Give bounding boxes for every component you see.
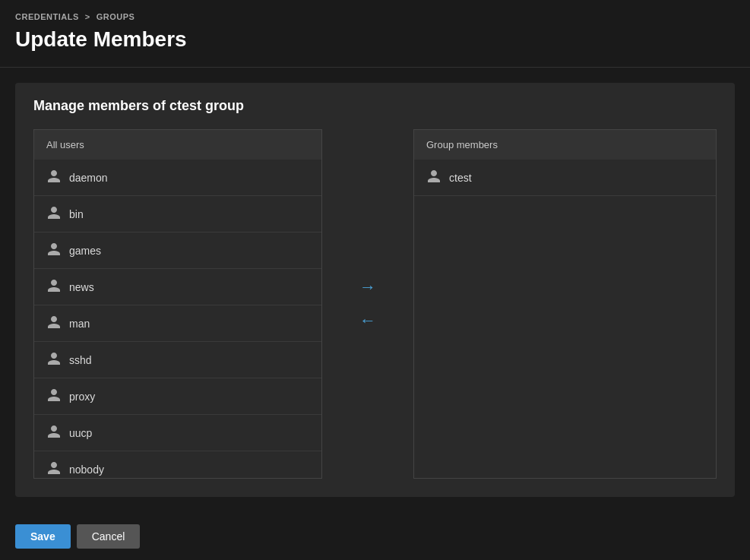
user-name: bin: [69, 208, 84, 220]
user-name: news: [69, 281, 94, 293]
user-icon: [46, 278, 62, 296]
user-name: man: [69, 318, 90, 330]
breadcrumb: CREDENTIALS > GROUPS: [15, 12, 735, 21]
user-icon: [426, 169, 441, 186]
group-members-header: Group members: [414, 130, 716, 160]
add-to-group-button[interactable]: →: [351, 274, 384, 301]
all-users-header: All users: [34, 130, 321, 160]
transfer-buttons-area: → ←: [322, 274, 413, 334]
breadcrumb-groups: GROUPS: [97, 12, 135, 21]
list-item[interactable]: proxy: [34, 378, 321, 415]
page-title: Update Members: [15, 27, 735, 52]
breadcrumb-credentials: CREDENTIALS: [15, 12, 79, 21]
user-icon: [46, 388, 62, 405]
cancel-button[interactable]: Cancel: [77, 524, 141, 549]
user-icon: [46, 351, 62, 369]
members-layout: All users daemon bin games news: [15, 129, 735, 497]
user-name: daemon: [69, 172, 108, 184]
remove-from-group-button[interactable]: ←: [351, 307, 384, 334]
user-icon: [46, 460, 62, 478]
page-header: CREDENTIALS > GROUPS Update Members: [0, 0, 750, 68]
list-item[interactable]: man: [34, 305, 321, 342]
all-users-panel: All users daemon bin games news: [33, 129, 322, 479]
footer: Save Cancel: [0, 512, 750, 560]
member-name: ctest: [449, 172, 472, 184]
user-name: sshd: [69, 354, 92, 366]
list-item[interactable]: games: [34, 233, 321, 269]
user-name: nobody: [69, 464, 104, 476]
all-users-list[interactable]: daemon bin games news man sshd: [34, 160, 321, 478]
user-name: games: [69, 245, 101, 257]
list-item[interactable]: ctest: [414, 160, 716, 196]
user-icon: [46, 205, 62, 223]
list-item[interactable]: uucp: [34, 415, 321, 451]
group-members-panel: Group members ctest: [413, 129, 717, 479]
user-icon: [46, 315, 62, 332]
main-content: Manage members of ctest group All users …: [0, 68, 750, 512]
group-members-list[interactable]: ctest: [414, 160, 716, 478]
card-heading: Manage members of ctest group: [15, 83, 735, 129]
list-item[interactable]: sshd: [34, 342, 321, 378]
user-name: uucp: [69, 427, 92, 439]
user-icon: [46, 242, 62, 259]
list-item[interactable]: news: [34, 269, 321, 305]
save-button[interactable]: Save: [15, 524, 71, 549]
list-item[interactable]: nobody: [34, 451, 321, 478]
user-name: proxy: [69, 391, 95, 403]
breadcrumb-separator: >: [85, 12, 90, 21]
list-item[interactable]: daemon: [34, 160, 321, 196]
user-icon: [46, 169, 62, 186]
manage-members-card: Manage members of ctest group All users …: [15, 83, 735, 497]
user-icon: [46, 424, 62, 441]
list-item[interactable]: bin: [34, 196, 321, 233]
